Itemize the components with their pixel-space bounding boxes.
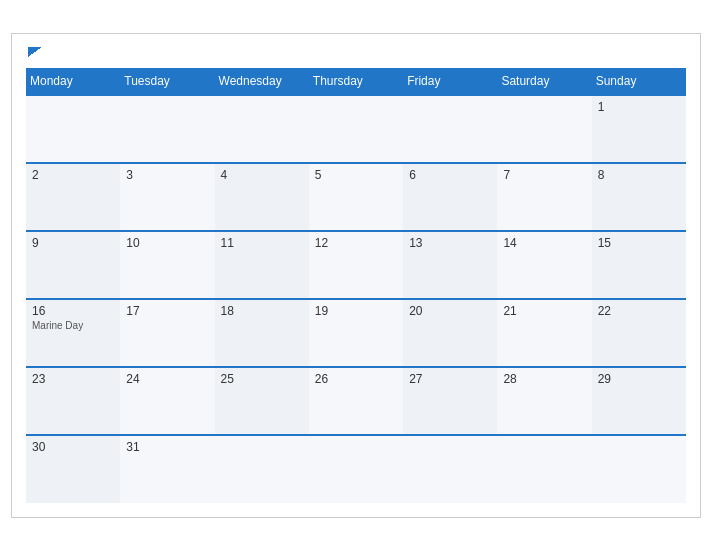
day-number: 19	[315, 304, 397, 318]
day-number: 21	[503, 304, 585, 318]
day-cell: 7	[497, 163, 591, 231]
day-number: 24	[126, 372, 208, 386]
day-number: 8	[598, 168, 680, 182]
day-cell: 26	[309, 367, 403, 435]
day-cell	[26, 95, 120, 163]
day-cell: 3	[120, 163, 214, 231]
day-cell: 21	[497, 299, 591, 367]
weekday-header-thursday: Thursday	[309, 68, 403, 95]
day-number: 12	[315, 236, 397, 250]
weekday-header-row: MondayTuesdayWednesdayThursdayFridaySatu…	[26, 68, 686, 95]
weekday-header-monday: Monday	[26, 68, 120, 95]
weekday-header-friday: Friday	[403, 68, 497, 95]
day-cell: 4	[215, 163, 309, 231]
calendar-thead: MondayTuesdayWednesdayThursdayFridaySatu…	[26, 68, 686, 95]
week-row-5: 23242526272829	[26, 367, 686, 435]
day-number: 14	[503, 236, 585, 250]
day-number: 6	[409, 168, 491, 182]
day-number: 25	[221, 372, 303, 386]
day-number: 2	[32, 168, 114, 182]
day-number: 1	[598, 100, 680, 114]
day-cell: 20	[403, 299, 497, 367]
day-cell: 31	[120, 435, 214, 503]
day-cell: 24	[120, 367, 214, 435]
day-cell	[309, 95, 403, 163]
day-number: 27	[409, 372, 491, 386]
day-number: 29	[598, 372, 680, 386]
day-cell: 10	[120, 231, 214, 299]
logo-flag-icon	[28, 47, 42, 57]
day-number: 7	[503, 168, 585, 182]
day-cell: 29	[592, 367, 686, 435]
day-number: 10	[126, 236, 208, 250]
week-row-3: 9101112131415	[26, 231, 686, 299]
day-cell: 1	[592, 95, 686, 163]
day-cell	[215, 435, 309, 503]
day-cell: 25	[215, 367, 309, 435]
day-cell	[215, 95, 309, 163]
day-number: 11	[221, 236, 303, 250]
day-number: 20	[409, 304, 491, 318]
week-row-4: 16Marine Day171819202122	[26, 299, 686, 367]
day-cell: 5	[309, 163, 403, 231]
day-number: 13	[409, 236, 491, 250]
day-number: 9	[32, 236, 114, 250]
day-cell: 28	[497, 367, 591, 435]
day-cell: 17	[120, 299, 214, 367]
day-number: 4	[221, 168, 303, 182]
day-cell: 22	[592, 299, 686, 367]
calendar-header	[26, 44, 686, 60]
day-number: 31	[126, 440, 208, 454]
day-cell: 6	[403, 163, 497, 231]
day-cell	[403, 95, 497, 163]
day-number: 3	[126, 168, 208, 182]
day-cell: 30	[26, 435, 120, 503]
day-cell: 13	[403, 231, 497, 299]
weekday-header-sunday: Sunday	[592, 68, 686, 95]
day-cell: 16Marine Day	[26, 299, 120, 367]
day-cell: 8	[592, 163, 686, 231]
weekday-header-saturday: Saturday	[497, 68, 591, 95]
day-cell: 2	[26, 163, 120, 231]
weekday-header-tuesday: Tuesday	[120, 68, 214, 95]
logo	[26, 44, 42, 60]
day-cell: 15	[592, 231, 686, 299]
day-cell	[592, 435, 686, 503]
calendar-tbody: 12345678910111213141516Marine Day1718192…	[26, 95, 686, 503]
calendar-container: MondayTuesdayWednesdayThursdayFridaySatu…	[11, 33, 701, 518]
day-cell	[403, 435, 497, 503]
week-row-6: 3031	[26, 435, 686, 503]
day-cell: 19	[309, 299, 403, 367]
day-number: 16	[32, 304, 114, 318]
day-number: 28	[503, 372, 585, 386]
day-number: 30	[32, 440, 114, 454]
day-cell: 27	[403, 367, 497, 435]
week-row-2: 2345678	[26, 163, 686, 231]
day-cell: 9	[26, 231, 120, 299]
day-cell: 23	[26, 367, 120, 435]
day-cell	[309, 435, 403, 503]
day-cell	[497, 95, 591, 163]
day-number: 26	[315, 372, 397, 386]
day-number: 23	[32, 372, 114, 386]
day-number: 15	[598, 236, 680, 250]
day-cell: 18	[215, 299, 309, 367]
day-cell	[497, 435, 591, 503]
day-cell: 14	[497, 231, 591, 299]
day-number: 5	[315, 168, 397, 182]
day-cell	[120, 95, 214, 163]
day-number: 17	[126, 304, 208, 318]
day-cell: 11	[215, 231, 309, 299]
day-event: Marine Day	[32, 320, 114, 331]
weekday-header-wednesday: Wednesday	[215, 68, 309, 95]
day-cell: 12	[309, 231, 403, 299]
logo-general	[26, 44, 42, 60]
week-row-1: 1	[26, 95, 686, 163]
day-number: 18	[221, 304, 303, 318]
calendar-table: MondayTuesdayWednesdayThursdayFridaySatu…	[26, 68, 686, 503]
day-number: 22	[598, 304, 680, 318]
